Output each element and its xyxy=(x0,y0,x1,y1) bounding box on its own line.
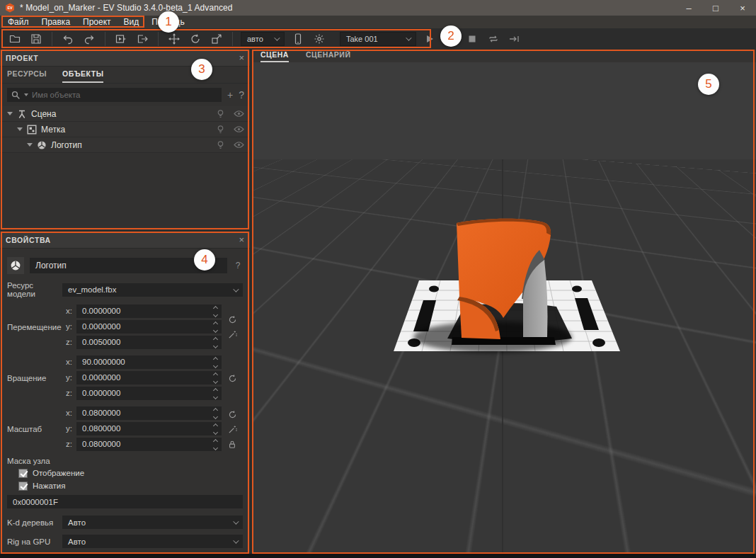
menu-view[interactable]: Вид xyxy=(118,16,146,28)
menu-project[interactable]: Проект xyxy=(76,16,118,28)
light-icon[interactable] xyxy=(216,140,225,150)
rotation-group: Вращение x:90.0000000 y:0.0000000 z:0.00… xyxy=(7,355,243,402)
menu-help[interactable]: Помощь xyxy=(145,16,190,28)
lock-icon[interactable] xyxy=(228,440,236,449)
scale-y-input[interactable]: 0.0800000 xyxy=(76,422,222,435)
device-preview-button[interactable] xyxy=(289,30,307,47)
spinner-arrows[interactable] xyxy=(214,424,217,434)
spinner-arrows[interactable] xyxy=(214,373,217,383)
checkbox-checked-icon[interactable] xyxy=(18,482,28,491)
spinner-arrows[interactable] xyxy=(214,338,217,348)
export-button[interactable] xyxy=(133,30,151,47)
rotation-label: Вращение xyxy=(7,374,62,382)
expand-arrow-icon[interactable] xyxy=(27,143,33,147)
redo-button[interactable] xyxy=(80,30,98,47)
tree-item-marker[interactable]: Метка xyxy=(0,122,250,137)
titlebar: EV * Model_on_Marker - EV Studio 3.4.0-b… xyxy=(0,0,756,16)
maximize-button[interactable]: □ xyxy=(702,0,729,16)
properties-panel-title: СВОЙСТВА xyxy=(6,236,239,244)
magic-wand-icon[interactable] xyxy=(228,330,237,339)
settings-button[interactable] xyxy=(310,30,328,47)
scale-z-value: 0.0800000 xyxy=(82,440,120,448)
rotation-y-input[interactable]: 0.0000000 xyxy=(76,371,222,385)
spinner-arrows[interactable] xyxy=(214,440,217,450)
clicks-checkbox-row[interactable]: Нажатия xyxy=(18,481,243,491)
translation-x-input[interactable]: 0.0000000 xyxy=(76,304,222,318)
project-help-button[interactable]: ? xyxy=(239,90,244,100)
scene-3d-view[interactable] xyxy=(252,62,756,554)
reset-icon[interactable] xyxy=(228,410,237,419)
tab-scene[interactable]: СЦЕНА xyxy=(260,50,289,62)
skip-end-icon xyxy=(509,35,520,43)
expand-arrow-icon[interactable] xyxy=(17,127,23,131)
close-button[interactable]: × xyxy=(729,0,756,16)
scale-x-input[interactable]: 0.0800000 xyxy=(76,406,222,420)
undo-button[interactable] xyxy=(59,30,77,47)
properties-help-button[interactable]: ? xyxy=(233,261,243,271)
rotate-tool-button[interactable] xyxy=(186,30,205,47)
rotation-x-input[interactable]: 90.0000000 xyxy=(76,355,222,369)
translation-z-input[interactable]: 0.0050000 xyxy=(76,336,222,349)
tab-objects[interactable]: ОБЪЕКТЫ xyxy=(62,69,103,83)
node-mask-label: Маска узла xyxy=(7,457,243,465)
node-mask-value-input[interactable]: 0x0000001F xyxy=(7,495,243,508)
rig-gpu-select[interactable]: Авто xyxy=(62,535,243,548)
phone-icon xyxy=(293,33,303,45)
object-name-input[interactable]: Логотип xyxy=(30,258,227,273)
visibility-eye-icon[interactable] xyxy=(234,141,244,149)
go-to-end-button[interactable] xyxy=(505,30,524,47)
light-icon[interactable] xyxy=(216,125,225,135)
move-tool-button[interactable] xyxy=(165,30,183,47)
spinner-arrows[interactable] xyxy=(214,307,217,317)
display-checkbox-row[interactable]: Отображение xyxy=(18,468,243,478)
spinner-arrows[interactable] xyxy=(214,358,217,368)
tree-item-logo[interactable]: Логотип xyxy=(0,137,250,153)
expand-arrow-icon[interactable] xyxy=(7,112,13,115)
translation-y-input[interactable]: 0.0000000 xyxy=(76,320,222,334)
search-input[interactable]: Имя объекта xyxy=(7,88,222,102)
tracking-mode-select[interactable]: авто xyxy=(241,32,285,46)
save-button[interactable] xyxy=(27,30,45,47)
stop-button[interactable] xyxy=(463,30,481,47)
tree-item-scene[interactable]: Сцена xyxy=(0,106,250,122)
scale-tool-button[interactable] xyxy=(207,30,226,47)
scale-z-input[interactable]: 0.0800000 xyxy=(76,438,222,451)
axis-x-label: x: xyxy=(62,307,72,315)
model-resource-label: Ресурс модели xyxy=(7,281,62,298)
play-button[interactable] xyxy=(420,30,439,47)
window-bottom-edge xyxy=(0,554,756,558)
scene-viewport: СЦЕНА СЦЕНАРИЙ xyxy=(252,50,756,554)
magic-wand-icon[interactable] xyxy=(228,425,237,434)
menu-edit[interactable]: Правка xyxy=(35,16,77,28)
kd-trees-select[interactable]: Авто xyxy=(62,516,243,529)
tab-scenario[interactable]: СЦЕНАРИЙ xyxy=(306,50,351,62)
spinner-arrows[interactable] xyxy=(214,409,217,418)
translation-label: Перемещение xyxy=(7,323,62,331)
project-panel-close-icon[interactable]: × xyxy=(239,53,244,62)
import-media-button[interactable] xyxy=(112,30,130,47)
open-project-button[interactable] xyxy=(6,30,24,47)
pause-button[interactable] xyxy=(442,30,460,47)
properties-panel-close-icon[interactable]: × xyxy=(239,235,244,244)
visibility-eye-icon[interactable] xyxy=(234,110,244,118)
checkbox-checked-icon[interactable] xyxy=(18,469,28,478)
model-resource-select[interactable]: ev_model.fbx xyxy=(62,283,243,297)
scale-icon xyxy=(211,33,222,45)
spinner-arrows[interactable] xyxy=(214,322,217,332)
loop-button[interactable] xyxy=(484,30,503,47)
axis-y-label: y: xyxy=(62,322,72,331)
menu-file[interactable]: Файл xyxy=(1,16,35,28)
spinner-arrows[interactable] xyxy=(214,389,217,399)
visibility-eye-icon[interactable] xyxy=(234,125,244,133)
add-object-button[interactable]: + xyxy=(227,90,233,100)
rotate-icon xyxy=(190,33,201,45)
tab-resources[interactable]: РЕСУРСЫ xyxy=(7,69,47,83)
reset-icon[interactable] xyxy=(228,374,237,383)
light-icon[interactable] xyxy=(216,109,225,119)
take-select[interactable]: Take 001 xyxy=(340,32,416,46)
rotation-z-input[interactable]: 0.0000000 xyxy=(76,387,222,400)
search-filter-chevron-icon[interactable] xyxy=(24,93,28,96)
move-icon xyxy=(168,33,180,45)
minimize-button[interactable]: – xyxy=(675,0,702,16)
reset-icon[interactable] xyxy=(228,315,237,324)
